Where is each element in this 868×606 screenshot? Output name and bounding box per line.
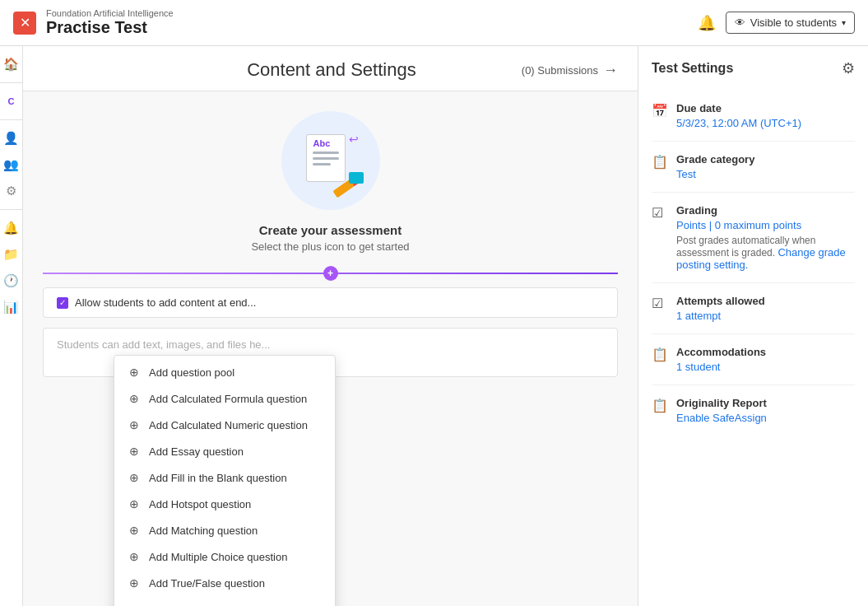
- panel-header: Test Settings ⚙: [652, 59, 855, 77]
- dropdown-label-add-calculated-formula: Add Calculated Formula question: [149, 393, 307, 405]
- setting-header-grade-category: 📋 Grade category Test: [652, 153, 855, 180]
- doc-line-3: [313, 163, 331, 165]
- dropdown-item-add-hotspot[interactable]: ⊕ Add Hotspot question: [114, 491, 335, 517]
- settings-gear-icon[interactable]: ⚙: [842, 59, 855, 77]
- dropdown-item-add-matching[interactable]: ⊕ Add Matching question: [114, 517, 335, 543]
- dropdown-item-add-question-pool[interactable]: ⊕ Add question pool: [114, 359, 335, 385]
- sidebar-item-person[interactable]: 👤: [0, 127, 23, 150]
- main-row: 🏠 C 👤 👥 ⚙ 🔔 📁 🕐 📊 Content and Settings (…: [0, 46, 868, 606]
- add-icon-reuse: ⊕: [128, 603, 141, 606]
- due-date-value[interactable]: 5/3/23, 12:00 AM (UTC+1): [676, 117, 801, 129]
- close-button[interactable]: ✕: [13, 12, 36, 35]
- content-area: Content and Settings (0) Submissions → A…: [23, 46, 638, 606]
- divider-line: +: [43, 273, 618, 274]
- add-icon-formula: ⊕: [128, 392, 141, 405]
- eye-icon: 👁: [735, 16, 745, 29]
- change-grade-posting-link[interactable]: Change grade posting setting.: [676, 246, 846, 271]
- grade-category-value[interactable]: Test: [676, 168, 696, 180]
- title-area: Foundation Artificial Intelligence Pract…: [46, 8, 698, 37]
- accommodations-icon: 📋: [652, 347, 668, 363]
- grading-value[interactable]: Points | 0 maximum points: [676, 219, 801, 231]
- allow-students-row: ✓ Allow students to add content at end..…: [43, 287, 618, 318]
- dropdown-label-add-fill-blank: Add Fill in the Blank question: [149, 472, 287, 484]
- originality-value[interactable]: Enable SafeAssign: [676, 412, 767, 424]
- submissions-arrow-icon: →: [603, 62, 618, 79]
- setting-header-grading: ☑ Grading Points | 0 maximum points Post…: [652, 204, 855, 271]
- dropdown-item-add-multiple-choice[interactable]: ⊕ Add Multiple Choice question: [114, 543, 335, 570]
- setting-content-accommodations: Accommodations 1 student: [676, 346, 855, 373]
- create-sub: Select the plus icon to get started: [251, 240, 409, 253]
- app-shell: ✕ Foundation Artificial Intelligence Pra…: [0, 0, 868, 606]
- submissions-link[interactable]: (0) Submissions →: [522, 62, 618, 89]
- sidebar-item-analytics[interactable]: 📊: [0, 296, 23, 319]
- test-settings-title: Test Settings: [652, 61, 733, 76]
- image-placeholder: [349, 172, 364, 184]
- breadcrumb: Foundation Artificial Intelligence: [46, 8, 698, 18]
- dropdown-item-add-fill-blank[interactable]: ⊕ Add Fill in the Blank question: [114, 464, 335, 491]
- grading-note: Post grades automatically when assessmen…: [676, 235, 855, 271]
- accommodations-value[interactable]: 1 student: [676, 361, 721, 373]
- sidebar-item-history[interactable]: 🕐: [0, 269, 23, 292]
- add-icon-multiple-choice: ⊕: [128, 550, 141, 563]
- allow-students-toggle[interactable]: ✓: [57, 297, 68, 309]
- originality-icon: 📋: [652, 398, 668, 414]
- checkbox-box: ✓: [57, 297, 68, 309]
- bell-icon[interactable]: 🔔: [698, 14, 716, 32]
- add-content-circle[interactable]: +: [323, 266, 338, 281]
- checkmark-icon: ✓: [59, 298, 66, 307]
- dropdown-label-add-calculated-numeric: Add Calculated Numeric question: [149, 419, 308, 431]
- sidebar-item-courses[interactable]: C: [0, 90, 23, 113]
- visible-label: Visible to students: [750, 16, 837, 29]
- grade-category-icon: 📋: [652, 154, 668, 170]
- illustration-circle: Abc ↩: [281, 111, 380, 210]
- setting-originality-report: 📋 Originality Report Enable SafeAssign: [652, 385, 855, 436]
- left-sidebar: 🏠 C 👤 👥 ⚙ 🔔 📁 🕐 📊: [0, 46, 23, 606]
- add-icon-true-false: ⊕: [128, 576, 141, 590]
- dropdown-item-reuse-questions[interactable]: ⊕ Reuse questions: [114, 596, 335, 606]
- abc-label: Abc: [313, 138, 331, 148]
- dropdown-item-add-calculated-formula[interactable]: ⊕ Add Calculated Formula question: [114, 385, 335, 412]
- setting-content-grading: Grading Points | 0 maximum points Post g…: [676, 204, 855, 271]
- sidebar-item-group[interactable]: 👥: [0, 153, 23, 176]
- submissions-text: (0) Submissions: [522, 64, 598, 77]
- setting-content-attempts: Attempts allowed 1 attempt: [676, 295, 855, 322]
- add-icon-essay: ⊕: [128, 445, 141, 458]
- sidebar-item-notifications[interactable]: 🔔: [0, 217, 23, 240]
- setting-due-date: 📅 Due date 5/3/23, 12:00 AM (UTC+1): [652, 91, 855, 142]
- add-icon-matching: ⊕: [128, 524, 141, 537]
- setting-header-originality: 📋 Originality Report Enable SafeAssign: [652, 397, 855, 424]
- doc-line-2: [313, 157, 339, 160]
- top-bar-actions: 🔔 👁 Visible to students ▾: [698, 12, 855, 34]
- calendar-icon: 📅: [652, 103, 668, 119]
- dropdown-item-add-calculated-numeric[interactable]: ⊕ Add Calculated Numeric question: [114, 412, 335, 438]
- dropdown-item-add-true-false[interactable]: ⊕ Add True/False question: [114, 570, 335, 596]
- page-title: Practise Test: [46, 18, 698, 37]
- dropdown-label-add-true-false: Add True/False question: [149, 577, 265, 590]
- dropdown-item-add-essay[interactable]: ⊕ Add Essay question: [114, 438, 335, 464]
- setting-attempts-allowed: ☑ Attempts allowed 1 attempt: [652, 283, 855, 334]
- sidebar-item-settings[interactable]: ⚙: [0, 179, 23, 203]
- sidebar-divider-2: [0, 119, 22, 120]
- content-title: Content and Settings: [142, 59, 522, 91]
- originality-label: Originality Report: [676, 397, 855, 409]
- sidebar-item-home[interactable]: 🏠: [0, 53, 23, 76]
- assessment-illustration: Abc ↩: [43, 111, 618, 253]
- grade-category-label: Grade category: [676, 153, 855, 165]
- accommodations-label: Accommodations: [676, 346, 855, 358]
- sidebar-item-files[interactable]: 📁: [0, 243, 23, 266]
- setting-header-attempts: ☑ Attempts allowed 1 attempt: [652, 295, 855, 322]
- attempts-label: Attempts allowed: [676, 295, 855, 307]
- add-icon-numeric: ⊕: [128, 418, 141, 431]
- add-icon-fill-blank: ⊕: [128, 471, 141, 484]
- setting-header-accommodations: 📋 Accommodations 1 student: [652, 346, 855, 373]
- sidebar-divider-3: [0, 209, 22, 210]
- setting-grade-category: 📋 Grade category Test: [652, 142, 855, 193]
- visible-to-students-button[interactable]: 👁 Visible to students ▾: [726, 12, 855, 34]
- illustration-inner: Abc ↩: [298, 128, 364, 193]
- attempts-icon: ☑: [652, 296, 668, 312]
- scrollable-content: Abc ↩: [23, 91, 638, 606]
- attempts-value[interactable]: 1 attempt: [676, 310, 721, 322]
- setting-content-grade-category: Grade category Test: [676, 153, 855, 180]
- setting-content-originality: Originality Report Enable SafeAssign: [676, 397, 855, 424]
- add-icon-pool: ⊕: [128, 366, 141, 379]
